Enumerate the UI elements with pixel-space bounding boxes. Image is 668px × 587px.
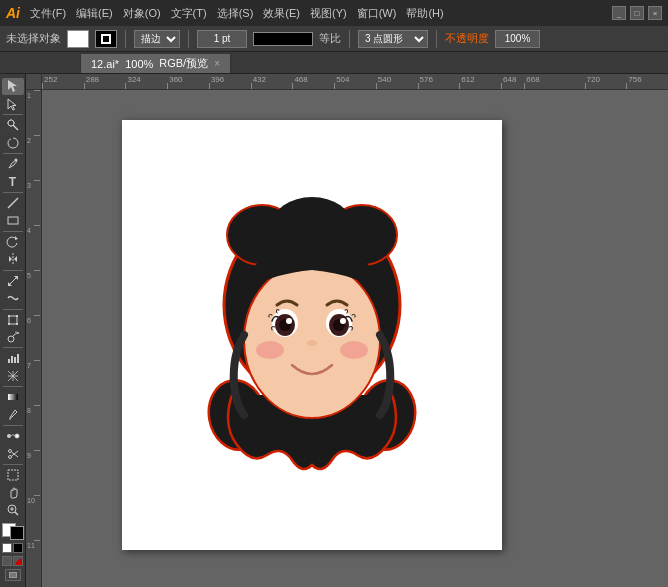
toolbar-divider-8 xyxy=(3,386,23,387)
toolbar-divider-5 xyxy=(3,270,23,271)
menu-help[interactable]: 帮助(H) xyxy=(406,6,443,21)
ruler-h-container: 2522883243603964324685045405766126486687… xyxy=(26,74,668,90)
vertical-ruler: 1234567891011 xyxy=(26,90,42,587)
close-button[interactable]: × xyxy=(648,6,662,20)
svg-rect-13 xyxy=(16,315,18,317)
svg-point-51 xyxy=(256,341,284,359)
document-tab[interactable]: 12.ai* 100% RGB/预览 × xyxy=(80,53,231,73)
hand-tool-btn[interactable] xyxy=(2,484,24,501)
toolbar-divider-9 xyxy=(3,425,23,426)
gradient-tool-btn[interactable] xyxy=(2,389,24,406)
warp-tool-btn[interactable] xyxy=(2,290,24,307)
svg-point-17 xyxy=(17,332,19,334)
divider-4 xyxy=(436,30,437,48)
svg-line-28 xyxy=(11,452,18,457)
svg-rect-8 xyxy=(8,217,18,224)
stroke-type-select[interactable]: 描边 xyxy=(134,30,180,48)
lasso-tool-btn[interactable] xyxy=(2,134,24,151)
svg-line-29 xyxy=(11,451,18,456)
reflect-tool-btn[interactable] xyxy=(2,251,24,268)
options-bar: 未选择对象 描边 等比 3 点圆形 不透明度 xyxy=(0,26,668,52)
svg-rect-30 xyxy=(8,470,18,480)
menu-type[interactable]: 文字(T) xyxy=(171,6,207,21)
stroke-color-swatch[interactable] xyxy=(95,30,117,48)
eyedropper-tool-btn[interactable] xyxy=(2,407,24,424)
type-tool-btn[interactable]: T xyxy=(2,173,24,190)
divider-2 xyxy=(188,30,189,48)
svg-point-16 xyxy=(8,336,14,342)
default-colors-btn[interactable] xyxy=(13,543,23,553)
scale-tool-btn[interactable] xyxy=(2,272,24,289)
svg-rect-14 xyxy=(8,323,10,325)
shape-select[interactable]: 3 点圆形 xyxy=(358,30,428,48)
main-area: T xyxy=(0,74,668,587)
selection-label: 未选择对象 xyxy=(6,31,61,46)
svg-point-50 xyxy=(307,340,317,346)
svg-line-32 xyxy=(15,512,18,515)
swap-colors-btn[interactable] xyxy=(2,543,12,553)
toolbar-divider-2 xyxy=(3,153,23,154)
minimize-button[interactable]: _ xyxy=(612,6,626,20)
stroke-size-input[interactable] xyxy=(197,30,247,48)
artboard xyxy=(122,120,502,550)
selection-tool-btn[interactable] xyxy=(2,78,24,95)
rectangle-tool-btn[interactable] xyxy=(2,212,24,229)
toolbar-divider-1 xyxy=(3,114,23,115)
menu-select[interactable]: 选择(S) xyxy=(217,6,254,21)
toolbar-divider-6 xyxy=(3,309,23,310)
line-tool-btn[interactable] xyxy=(2,195,24,212)
magic-wand-tool-btn[interactable] xyxy=(2,117,24,134)
fill-color-swatch[interactable] xyxy=(67,30,89,48)
canvas-area[interactable] xyxy=(42,90,668,587)
svg-rect-12 xyxy=(8,315,10,317)
screen-mode-btn[interactable] xyxy=(5,569,21,581)
menu-file[interactable]: 文件(F) xyxy=(30,6,66,21)
svg-point-1 xyxy=(8,120,14,126)
svg-rect-11 xyxy=(9,316,17,324)
svg-point-6 xyxy=(14,159,17,162)
character-illustration xyxy=(172,135,452,535)
normal-mode-btn[interactable] xyxy=(2,556,12,566)
background-color[interactable] xyxy=(10,526,24,540)
svg-line-10 xyxy=(8,276,18,286)
toolbar-divider-4 xyxy=(3,231,23,232)
column-graph-tool-btn[interactable] xyxy=(2,350,24,367)
scissors-tool-btn[interactable] xyxy=(2,445,24,462)
artboard-tool-btn[interactable] xyxy=(2,467,24,484)
blend-tool-btn[interactable] xyxy=(2,428,24,445)
opacity-input[interactable] xyxy=(495,30,540,48)
symbol-sprayer-tool-btn[interactable] xyxy=(2,329,24,346)
menu-window[interactable]: 窗口(W) xyxy=(357,6,397,21)
menu-edit[interactable]: 编辑(E) xyxy=(76,6,113,21)
svg-point-18 xyxy=(15,331,16,332)
svg-point-45 xyxy=(286,318,292,324)
maximize-button[interactable]: □ xyxy=(630,6,644,20)
canvas-content: 1234567891011 xyxy=(26,90,668,587)
toolbar: T xyxy=(0,74,26,587)
menu-bar: 文件(F) 编辑(E) 对象(O) 文字(T) 选择(S) 效果(E) 视图(Y… xyxy=(30,6,612,21)
tab-close-button[interactable]: × xyxy=(214,58,220,69)
svg-line-7 xyxy=(8,198,18,208)
color-mode-buttons xyxy=(2,543,23,553)
rotate-tool-btn[interactable] xyxy=(2,234,24,251)
free-transform-tool-btn[interactable] xyxy=(2,311,24,328)
menu-effect[interactable]: 效果(E) xyxy=(263,6,300,21)
opacity-label: 不透明度 xyxy=(445,31,489,46)
menu-view[interactable]: 视图(Y) xyxy=(310,6,347,21)
ratio-label: 等比 xyxy=(319,31,341,46)
tab-zoom: 100% xyxy=(125,58,153,70)
menu-object[interactable]: 对象(O) xyxy=(123,6,161,21)
mesh-tool-btn[interactable] xyxy=(2,368,24,385)
zoom-tool-btn[interactable] xyxy=(2,502,24,519)
tab-colormode: RGB/预览 xyxy=(159,56,208,71)
canvas-wrapper: 2522883243603964324685045405766126486687… xyxy=(26,74,668,587)
pen-tool-btn[interactable] xyxy=(2,156,24,173)
toolbar-divider-3 xyxy=(3,192,23,193)
mask-mode-btn[interactable] xyxy=(13,556,23,566)
svg-rect-15 xyxy=(16,323,18,325)
direct-selection-tool-btn[interactable] xyxy=(2,96,24,113)
title-bar: Ai 文件(F) 编辑(E) 对象(O) 文字(T) 选择(S) 效果(E) 视… xyxy=(0,0,668,26)
stroke-preview xyxy=(253,32,313,46)
tab-bar: 12.ai* 100% RGB/预览 × xyxy=(0,52,668,74)
color-swatches xyxy=(2,523,24,540)
